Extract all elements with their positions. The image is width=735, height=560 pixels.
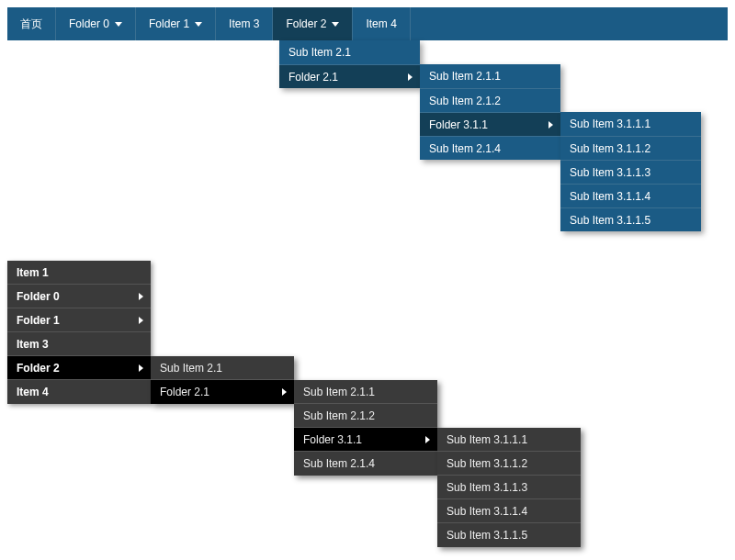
dark-submenu-folder-3-1-1[interactable]: Folder 3.1.1 [294, 428, 437, 452]
submenu-label: Sub Item 3.1.1.5 [570, 214, 650, 227]
dark-submenu-item[interactable]: Sub Item 3.1.1.2 [437, 452, 581, 476]
dark-menu-folder-0[interactable]: Folder 0 [7, 285, 151, 308]
chevron-right-icon [425, 436, 430, 443]
dark-submenu-level-2: Sub Item 2.1.1 Sub Item 2.1.2 Folder 3.1… [294, 380, 437, 476]
dark-menu-item-4[interactable]: Item 4 [7, 380, 151, 404]
menu-label: Folder 0 [17, 290, 60, 303]
submenu-label: Sub Item 3.1.1.4 [570, 190, 650, 203]
blue-submenu-item[interactable]: Sub Item 3.1.1.3 [560, 160, 701, 184]
chevron-right-icon [282, 388, 287, 396]
blue-submenu-folder-2-1[interactable]: Folder 2.1 [279, 64, 420, 88]
chevron-down-icon [195, 22, 202, 27]
dark-submenu-item[interactable]: Sub Item 3.1.1.4 [437, 499, 581, 523]
chevron-right-icon [139, 317, 143, 324]
submenu-label: Sub Item 2.1.2 [429, 95, 501, 107]
blue-submenu-item[interactable]: Sub Item 2.1.2 [420, 88, 560, 112]
blue-submenu-folder-3-1-1[interactable]: Folder 3.1.1 [420, 112, 560, 136]
dark-submenu-item[interactable]: Sub Item 2.1.4 [294, 452, 437, 476]
submenu-label: Sub Item 2.1.1 [429, 70, 501, 83]
blue-submenu-item[interactable]: Sub Item 3.1.1.1 [560, 112, 701, 136]
blue-menu-folder-1[interactable]: Folder 1 [136, 7, 216, 40]
submenu-label: Folder 2.1 [160, 386, 209, 398]
dark-menu-folder-2[interactable]: Folder 2 [7, 356, 151, 380]
submenu-label: Sub Item 2.1 [288, 46, 351, 59]
menu-label: Folder 2 [17, 362, 60, 375]
blue-menu-item-3[interactable]: Item 3 [216, 7, 273, 40]
blue-submenu-item[interactable]: Sub Item 2.1.1 [420, 64, 560, 88]
blue-submenu-level-3: Sub Item 3.1.1.1 Sub Item 3.1.1.2 Sub It… [560, 112, 701, 231]
menu-label: Folder 1 [17, 314, 60, 327]
submenu-label: Sub Item 3.1.1.4 [447, 505, 527, 518]
submenu-label: Folder 2.1 [288, 71, 338, 84]
menu-label: Folder 2 [286, 17, 326, 30]
dark-menu-item-3[interactable]: Item 3 [7, 332, 151, 356]
dark-submenu-item[interactable]: Sub Item 3.1.1.5 [437, 523, 581, 547]
dark-submenu-folder-2-1[interactable]: Folder 2.1 [151, 380, 294, 404]
chevron-right-icon [139, 293, 143, 300]
dark-submenu-level-1: Sub Item 2.1 Folder 2.1 [151, 356, 294, 404]
submenu-label: Folder 3.1.1 [303, 433, 362, 446]
menu-label: 首页 [20, 17, 42, 32]
blue-submenu-item[interactable]: Sub Item 3.1.1.4 [560, 184, 701, 207]
dark-menu-item-1[interactable]: Item 1 [7, 261, 151, 285]
blue-submenu-level-2: Sub Item 2.1.1 Sub Item 2.1.2 Folder 3.1… [420, 64, 560, 160]
chevron-right-icon [408, 73, 413, 81]
blue-menu-folder-0[interactable]: Folder 0 [56, 7, 136, 40]
menu-label: Item 4 [17, 386, 49, 398]
submenu-label: Sub Item 3.1.1.1 [570, 118, 650, 130]
submenu-label: Sub Item 3.1.1.2 [570, 142, 650, 155]
menu-label: Item 4 [366, 17, 396, 30]
submenu-label: Sub Item 3.1.1.3 [447, 481, 527, 494]
blue-submenu-item[interactable]: Sub Item 2.1 [279, 40, 420, 64]
submenu-label: Folder 3.1.1 [429, 118, 488, 131]
blue-submenu-level-1: Sub Item 2.1 Folder 2.1 [279, 40, 420, 88]
dark-submenu-item[interactable]: Sub Item 2.1 [151, 356, 294, 380]
blue-menu-folder-2[interactable]: Folder 2 [273, 7, 353, 40]
dark-submenu-item[interactable]: Sub Item 3.1.1.3 [437, 476, 581, 499]
menu-label: Item 3 [17, 338, 49, 351]
blue-menu-bar: 首页 Folder 0 Folder 1 Item 3 Folder 2 Ite… [7, 7, 728, 40]
menu-label: Folder 0 [69, 17, 109, 30]
submenu-label: Sub Item 2.1.4 [303, 457, 375, 470]
submenu-label: Sub Item 2.1.1 [303, 386, 375, 398]
chevron-down-icon [332, 22, 339, 27]
menu-label: Item 1 [17, 266, 49, 279]
blue-submenu-item[interactable]: Sub Item 3.1.1.2 [560, 136, 701, 160]
submenu-label: Sub Item 2.1.4 [429, 142, 501, 155]
blue-submenu-item[interactable]: Sub Item 3.1.1.5 [560, 207, 701, 231]
dark-submenu-level-3: Sub Item 3.1.1.1 Sub Item 3.1.1.2 Sub It… [437, 428, 581, 547]
submenu-label: Sub Item 3.1.1.5 [447, 529, 527, 542]
submenu-label: Sub Item 3.1.1.2 [447, 457, 527, 470]
blue-submenu-item[interactable]: Sub Item 2.1.4 [420, 136, 560, 160]
dark-menu-folder-1[interactable]: Folder 1 [7, 308, 151, 332]
submenu-label: Sub Item 2.1.2 [303, 409, 375, 422]
dark-submenu-item[interactable]: Sub Item 2.1.2 [294, 404, 437, 428]
submenu-label: Sub Item 3.1.1.1 [447, 433, 527, 446]
chevron-right-icon [548, 121, 553, 129]
blue-menu-home[interactable]: 首页 [7, 7, 56, 40]
chevron-down-icon [115, 22, 122, 27]
blue-menu-item-4[interactable]: Item 4 [353, 7, 410, 40]
menu-label: Item 3 [229, 17, 259, 30]
submenu-label: Sub Item 2.1 [160, 362, 222, 375]
dark-submenu-item[interactable]: Sub Item 3.1.1.1 [437, 428, 581, 452]
dark-menu-root: Item 1 Folder 0 Folder 1 Item 3 Folder 2… [7, 261, 151, 404]
submenu-label: Sub Item 3.1.1.3 [570, 166, 650, 179]
chevron-right-icon [139, 364, 143, 372]
dark-submenu-item[interactable]: Sub Item 2.1.1 [294, 380, 437, 404]
menu-label: Folder 1 [149, 17, 189, 30]
